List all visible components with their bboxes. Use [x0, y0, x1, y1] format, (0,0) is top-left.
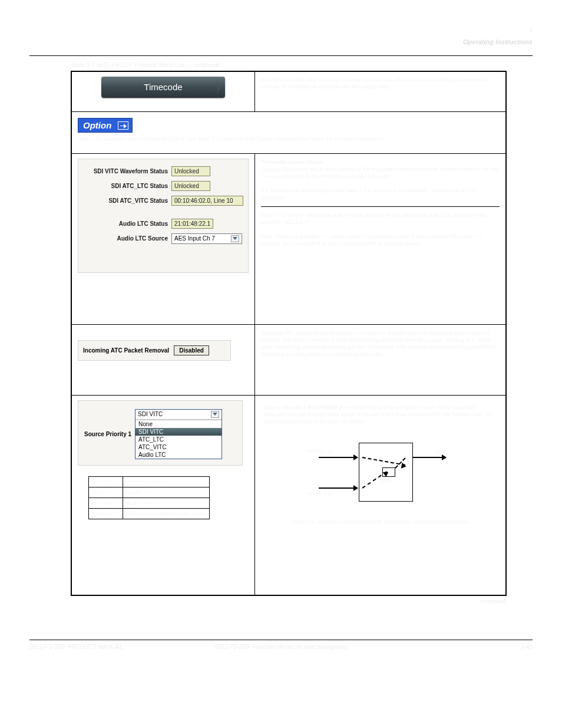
audio-ltc-source-value: AES Input Ch 7	[174, 235, 215, 242]
footer-right: 3-45	[521, 644, 533, 650]
mt-r3c2: HD ATC_VITC	[123, 498, 210, 508]
audio-ltc-source-select[interactable]: AES Input Ch 7	[171, 233, 242, 244]
timecode-tab[interactable]: Timecode	[101, 77, 225, 98]
atc-removal-label: Incoming ATC Packet Removal	[83, 347, 169, 354]
mt-r1c2: SDI VITC waveform	[123, 476, 210, 487]
source-priority-select[interactable]: SDI VITC None SDI VITC ATC_LTC ATC_VITC …	[135, 409, 222, 459]
sdi-vitc-waveform-value: Unlocked	[171, 166, 210, 176]
option-atc-vitc[interactable]: ATC_VITC	[135, 443, 222, 451]
page-header: 3 Operating Instructions	[29, 24, 533, 56]
diagram-buf-label: Buffer	[381, 478, 394, 483]
status-heading-desc: Displays the current status and contents…	[261, 166, 500, 180]
header-title: Operating Instructions	[463, 38, 533, 45]
option-banner: Option	[78, 118, 133, 133]
option-banner-label: Option	[83, 120, 111, 130]
option-audio-ltc[interactable]: Audio LTC	[135, 451, 222, 459]
sdi-atc-vitc-value: 00:10:46:02.0, Line 10	[171, 196, 243, 206]
mt-r2c2: HD ATC_LTC	[123, 487, 210, 498]
source-priority-label: Source Priority 1	[84, 431, 131, 437]
sdi-atc-ltc-value: Unlocked	[171, 181, 210, 191]
audio-ltc-source-label: Audio LTC Source	[83, 235, 171, 242]
source-priority-options: None SDI VITC ATC_LTC ATC_VITC Audio LTC	[135, 420, 222, 459]
option-arrow-icon	[118, 121, 128, 130]
page-footer: 9922-FS-2/2F PRODUCT MANUAL 9922-FS-2/2F…	[29, 640, 533, 657]
atc-removal-button[interactable]: Disabled	[174, 345, 209, 355]
source-priority-selected: SDI VITC	[138, 411, 163, 417]
status-desc-1: If a format is not receiving timecode da…	[261, 187, 500, 201]
table-caption: Table 3-2 9922-FS-2/2F Function Menu Lis…	[71, 62, 533, 68]
mt-r4c2: Audio LTC from selected audio source	[123, 508, 210, 519]
priority-formats-table: SDI VITCSDI VITC waveform ATC_LTCHD ATC_…	[88, 476, 210, 519]
option-none[interactable]: None	[135, 420, 222, 428]
option-note: Audio LTC available only on model 9922-2…	[78, 136, 500, 143]
footer-left: 9922-FS-2/2F PRODUCT MANUAL	[29, 644, 123, 650]
failover-diagram: Priority 1 In Priority 4 In Buffer Out	[307, 432, 454, 515]
function-table: Timecode Provides timecode data extracti…	[71, 71, 507, 596]
timecode-tab-label: Timecode	[144, 82, 182, 92]
sdi-atc-ltc-label: SDI ATC_LTC Status	[83, 183, 171, 189]
continued-label: (continued)	[71, 598, 507, 604]
atc-removal-panel: Incoming ATC Packet Removal Disabled	[78, 340, 231, 361]
source-priority-panel: Source Priority 1 SDI VITC None SDI VITC…	[78, 400, 243, 466]
diagram-in2-label: Priority 4 In	[308, 491, 332, 496]
diagram-caption: Failover to alternate received timecode …	[261, 518, 500, 525]
chevron-down-icon	[211, 411, 219, 418]
diagram-in1-label: Priority 1 In	[308, 449, 332, 454]
chevron-down-icon	[231, 235, 239, 242]
sdi-vitc-waveform-label: SDI VITC Waveform Status	[83, 168, 171, 174]
diagram-out-label: Out	[437, 449, 444, 454]
priority-heading: Source Priority 1 thru Priority 4 —	[263, 404, 349, 410]
footer-center: 9922-FS-2/2F Function Menu List and Desc…	[214, 644, 348, 650]
timecode-tab-desc: Provides timecode data extraction from v…	[261, 77, 500, 90]
audio-ltc-status-label: Audio LTC Status	[83, 220, 171, 227]
mt-r1c1: SDI VITC	[89, 476, 123, 487]
status-desc-2: Audio LTC Source selects the audio input…	[261, 212, 500, 226]
chapter-number: 3	[529, 27, 533, 34]
atc-removal-desc: Incoming ATC Packet Removal Control — En…	[261, 330, 500, 358]
mt-r3c1: ATC_VITC	[89, 498, 123, 508]
status-heading: Timecode Source Status	[261, 159, 500, 166]
status-desc-3: Note: When using audio LTC, make certain…	[261, 233, 500, 247]
timecode-status-panel: SDI VITC Waveform Status Unlocked SDI AT…	[78, 159, 249, 273]
option-sdi-vitc[interactable]: SDI VITC	[135, 428, 222, 436]
sdi-atc-vitc-label: SDI ATC_VITC Status	[83, 197, 171, 204]
audio-ltc-status-value: 21:01:48:22.1	[171, 219, 213, 229]
mt-r4c1: Audio LTC	[89, 508, 123, 519]
mt-r2c1: ATC_LTC	[89, 487, 123, 498]
option-atc-ltc[interactable]: ATC_LTC	[135, 436, 222, 443]
